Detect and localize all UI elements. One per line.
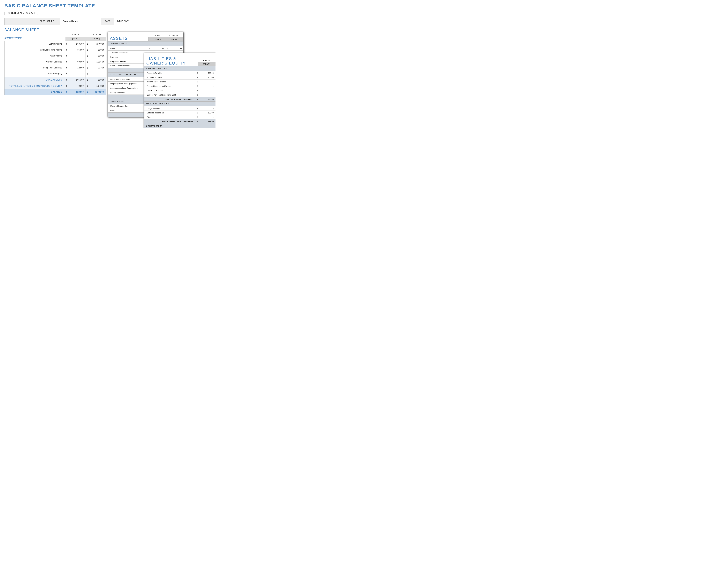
assets-year-current[interactable]: [ YEAR ] bbox=[166, 37, 183, 41]
liability-label: Deferred Income Tax bbox=[144, 111, 195, 115]
row-current[interactable]: 1,125.00 bbox=[90, 59, 106, 65]
currency-symbol: $ bbox=[195, 97, 200, 101]
row-label: Long-Term Liabilities bbox=[5, 65, 65, 71]
balance-prior: 2,233.00 bbox=[69, 89, 85, 95]
year-prior[interactable]: [ YEAR ] bbox=[66, 37, 86, 41]
asset-label: Prepaid Expenses bbox=[108, 59, 147, 64]
row-prior[interactable]: - bbox=[69, 53, 85, 59]
currency-symbol: $ bbox=[65, 77, 69, 83]
row-prior[interactable]: 123.00 bbox=[69, 65, 85, 71]
total-row: TOTAL ASSETS $ 2,956.00 $ 210.00 bbox=[5, 77, 106, 83]
summary-row: Current Assets $ 2,606.00 $ 2,460.00 bbox=[5, 41, 106, 47]
row-current[interactable]: 210.00 bbox=[90, 47, 106, 53]
liability-prior[interactable]: - bbox=[200, 115, 215, 119]
currency-symbol: $ bbox=[85, 59, 90, 65]
asset-type-label: ASSET TYPE bbox=[4, 37, 66, 40]
total-label: TOTAL ASSETS bbox=[5, 77, 65, 83]
asset-label: Inventory bbox=[108, 55, 147, 59]
balance-row: BALANCE $ 2,233.00 $ (1,038.00) bbox=[5, 89, 106, 95]
row-label: Owner's Equity bbox=[5, 71, 65, 77]
liability-label: Current Portion of Long-Term Debt bbox=[144, 93, 195, 97]
assets-year-prior[interactable]: [ YEAR ] bbox=[148, 37, 166, 41]
prepared-by-value[interactable]: Brent Williams bbox=[60, 18, 95, 25]
group-total-prior: 123.00 bbox=[200, 119, 215, 124]
currency-symbol: $ bbox=[65, 71, 69, 77]
row-current[interactable]: 2,460.00 bbox=[90, 41, 106, 47]
liability-prior[interactable]: 200.00 bbox=[200, 75, 215, 80]
balance-sheet-title: BALANCE SHEET bbox=[4, 28, 106, 32]
asset-label: Intangible Assets bbox=[108, 90, 149, 95]
currency-symbol: $ bbox=[85, 77, 90, 83]
asset-row: Cash $ 50.00 $ 60.00 bbox=[108, 46, 183, 51]
liability-row: Current Portion of Long-Term Debt $ - $ bbox=[144, 93, 216, 97]
liability-label: Long-Term Debt bbox=[144, 106, 195, 111]
liability-prior[interactable]: - bbox=[200, 93, 215, 97]
liability-prior[interactable]: - bbox=[200, 106, 215, 111]
total-current: 210.00 bbox=[90, 77, 106, 83]
row-label: Current Assets bbox=[5, 41, 65, 47]
summary-row: Fixed (Long-Term) Assets $ 350.00 $ 210.… bbox=[5, 47, 106, 53]
date-box: DATE MM/DD/YY bbox=[101, 18, 138, 25]
asset-label: Property, Plant, and Equipment bbox=[108, 82, 149, 86]
currency-symbol: $ bbox=[65, 41, 69, 47]
currency-symbol: $ bbox=[195, 88, 200, 93]
summary-row: Current Liabilities $ 600.00 $ 1,125.00 bbox=[5, 59, 106, 65]
col-current-label: CURRENT bbox=[86, 33, 106, 36]
group-total-row: TOTAL CURRENT LIABILITIES $ 600.00 $ bbox=[144, 97, 216, 101]
asset-label: Long-Term Investments bbox=[108, 77, 149, 82]
currency-symbol: $ bbox=[195, 111, 200, 115]
row-prior[interactable]: 350.00 bbox=[69, 47, 85, 53]
group-total-label: TOTAL LONG-TERM LIABILITIES bbox=[144, 119, 195, 124]
group-total-row: TOTAL LONG-TERM LIABILITIES $ 123.00 $ bbox=[144, 119, 216, 124]
row-prior[interactable]: 2,606.00 bbox=[69, 41, 85, 47]
liability-prior[interactable]: - bbox=[200, 88, 215, 93]
liability-label: Income Taxes Payable bbox=[144, 80, 195, 84]
summary-row: Owner's Equity $ - $ - bbox=[5, 71, 106, 77]
liability-prior[interactable]: - bbox=[200, 80, 215, 84]
group-total-label: TOTAL CURRENT LIABILITIES bbox=[144, 97, 195, 101]
liability-row: Deferred Income Tax $ 123.00 $ bbox=[144, 111, 216, 115]
row-current[interactable]: - bbox=[90, 71, 106, 77]
date-label: DATE bbox=[101, 18, 114, 25]
row-prior[interactable]: - bbox=[69, 71, 85, 77]
balance-sheet-section: BALANCE SHEET PRIOR CURRENT ASSET TYPE [… bbox=[4, 28, 106, 95]
currency-symbol: $ bbox=[195, 119, 200, 124]
group-header: CURRENT ASSETS bbox=[108, 41, 183, 46]
asset-label: Short-Term Investments bbox=[108, 64, 147, 68]
date-value[interactable]: MM/DD/YY bbox=[114, 18, 138, 25]
liability-prior[interactable]: - bbox=[200, 84, 215, 88]
asset-prior[interactable]: 50.00 bbox=[151, 46, 165, 51]
liability-label: Accrued Salaries and Wages bbox=[144, 84, 195, 88]
currency-symbol: $ bbox=[65, 53, 69, 59]
total-prior: 723.00 bbox=[69, 83, 85, 89]
currency-symbol: $ bbox=[85, 65, 90, 71]
currency-symbol: $ bbox=[195, 80, 200, 84]
currency-symbol: $ bbox=[195, 106, 200, 111]
liability-label: Unearned Revenue bbox=[144, 88, 195, 93]
row-label: Current Liabilities bbox=[5, 59, 65, 65]
currency-symbol: $ bbox=[85, 47, 90, 53]
row-prior[interactable]: 600.00 bbox=[69, 59, 85, 65]
currency-symbol: $ bbox=[85, 71, 90, 77]
asset-label: Accounts Receivable bbox=[108, 51, 147, 55]
row-current[interactable]: 123.00 bbox=[90, 65, 106, 71]
liability-label: Accounts Payable bbox=[144, 71, 195, 75]
total-current: 1,248.00 bbox=[90, 83, 106, 89]
balance-label: BALANCE bbox=[5, 89, 65, 95]
liabilities-title-l1: LIABILITIES & bbox=[146, 56, 176, 61]
liab-year-prior[interactable]: [ YEAR ] bbox=[198, 62, 215, 66]
currency-symbol: $ bbox=[85, 53, 90, 59]
row-current[interactable]: 210.00 bbox=[90, 53, 106, 59]
asset-label: Cash bbox=[108, 46, 147, 51]
asset-current[interactable]: 60.00 bbox=[169, 46, 183, 51]
year-current[interactable]: [ YEAR ] bbox=[86, 37, 106, 41]
liability-prior[interactable]: 123.00 bbox=[200, 111, 215, 115]
group-total-prior: 600.00 bbox=[200, 97, 215, 101]
col-prior-label: PRIOR bbox=[66, 33, 86, 36]
liability-prior[interactable]: 400.00 bbox=[200, 71, 215, 75]
currency-symbol: $ bbox=[65, 65, 69, 71]
currency-symbol: $ bbox=[195, 115, 200, 119]
currency-symbol: $ bbox=[195, 71, 200, 75]
currency-symbol: $ bbox=[65, 83, 69, 89]
balance-current: (1,038.00) bbox=[90, 89, 106, 95]
